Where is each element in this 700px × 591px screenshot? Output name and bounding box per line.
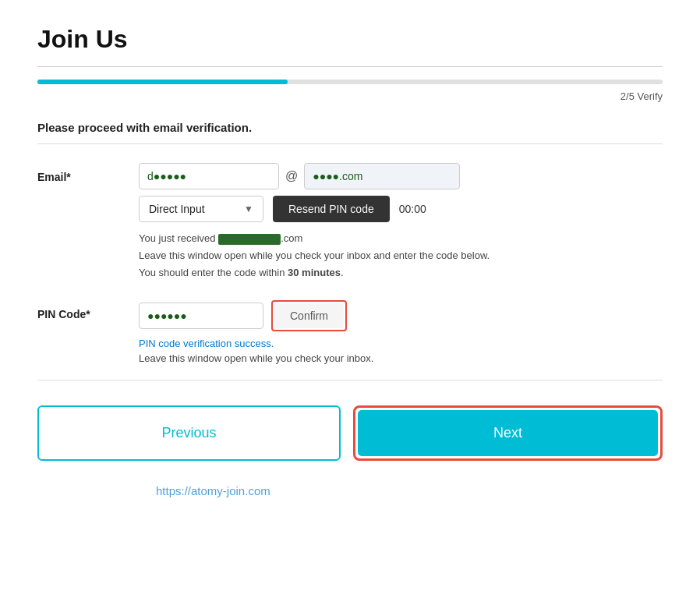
email-form-row: Email* @ Direct Input ▼ Resend PIN code [37,163,663,285]
resend-pin-button[interactable]: Resend PIN code [273,196,390,222]
notice-line2: Leave this window open while you check y… [139,249,490,261]
email-type-dropdown[interactable]: Direct Input ▼ [139,196,263,222]
pin-success-message: PIN code verification success. [139,338,663,349]
dropdown-label-text: Direct Input [149,203,205,215]
section-divider [37,143,663,144]
notice-line1-prefix: You just received [139,232,218,244]
notice-line1-suffix: .com [281,232,302,244]
next-button[interactable]: Next [358,410,658,456]
pin-code-input[interactable] [139,303,263,329]
email-domain-wrapper [304,163,460,189]
pin-notice: Leave this window open while you check y… [139,352,663,364]
buttons-section: Previous Next [37,405,663,461]
confirm-btn-wrapper: Confirm [271,300,347,331]
section-description: Please proceed with email verification. [37,121,663,134]
pin-label: PIN Code* [37,300,139,320]
email-domain-input[interactable] [304,163,460,189]
next-button-wrapper: Next [353,405,663,461]
masked-email-notice [218,234,281,245]
email-inputs-row: @ [139,163,663,189]
resend-timer: 00:00 [399,203,426,215]
progress-bar-container [37,80,663,84]
notice-line3-bold: 30 minutes [288,267,341,278]
at-sign: @ [285,169,298,183]
email-notice: You just received .com Leave this window… [139,230,663,281]
previous-button[interactable]: Previous [37,405,341,461]
pin-controls: Confirm PIN code verification success. L… [139,300,663,364]
step-indicator: 2/5 Verify [37,90,663,102]
notice-line3-suffix: . [341,267,344,278]
email-label: Email* [37,163,139,183]
bottom-divider [37,380,663,380]
pin-input-row: Confirm [139,300,663,331]
email-local-wrapper [139,163,279,189]
chevron-down-icon: ▼ [244,203,253,214]
email-row2: Direct Input ▼ Resend PIN code 00:00 [139,196,663,222]
watermark: https://atomy-join.com [156,484,270,497]
pin-form-row: PIN Code* Confirm PIN code verification … [37,300,663,364]
email-local-input[interactable] [139,163,279,189]
progress-bar-fill [37,80,288,84]
page-title: Join Us [37,25,663,54]
title-divider [37,66,663,67]
email-controls: @ Direct Input ▼ Resend PIN code 00:00 Y… [139,163,663,285]
notice-line3-prefix: You should enter the code within [139,267,288,278]
confirm-button[interactable]: Confirm [274,303,344,328]
